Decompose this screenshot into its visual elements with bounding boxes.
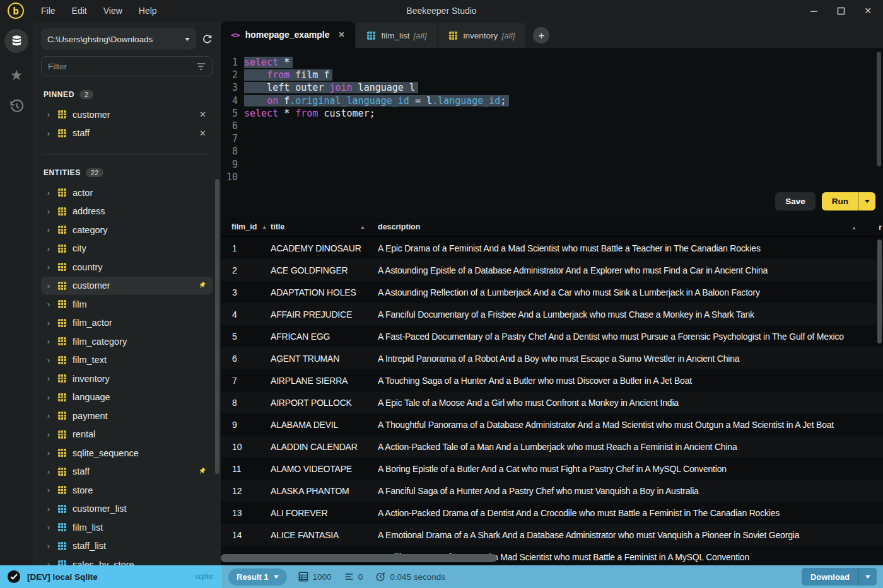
history-icon[interactable]	[8, 98, 25, 115]
run-options-caret[interactable]	[859, 200, 875, 203]
unpin-close-icon[interactable]: ✕	[199, 110, 206, 119]
cell-film-id[interactable]: 11	[221, 464, 271, 474]
table-row[interactable]: 6 AGENT TRUMAN A Intrepid Panorama of a …	[221, 347, 883, 369]
cell-film-id[interactable]: 8	[221, 398, 271, 408]
cell-title[interactable]: AFRICAN EGG	[271, 331, 378, 342]
chevron-right-icon[interactable]: ›	[44, 448, 54, 458]
table-row[interactable]: 11 ALAMO VIDEOTAPE A Boring Epistle of a…	[221, 458, 883, 480]
new-tab-button[interactable]: +	[533, 27, 549, 43]
entity-item[interactable]: › sales_by_store	[41, 555, 213, 565]
pinned-item[interactable]: › staff ✕	[41, 124, 213, 143]
save-button[interactable]: Save	[775, 192, 816, 210]
chevron-right-icon[interactable]: ›	[44, 504, 54, 514]
table-row[interactable]: 13 ALI FOREVER A Action-Packed Drama of …	[221, 502, 883, 524]
table-row[interactable]: 4 AFFAIR PREJUDICE A Fanciful Documentar…	[221, 303, 883, 325]
cell-film-id[interactable]: 6	[221, 354, 271, 364]
tab-inventory[interactable]: inventory [all]	[438, 23, 525, 48]
table-row[interactable]: 9 ALABAMA DEVIL A Thoughtful Panorama of…	[221, 413, 883, 435]
chevron-right-icon[interactable]: ›	[44, 299, 54, 309]
chevron-right-icon[interactable]: ›	[44, 207, 54, 216]
entity-item[interactable]: › category	[41, 221, 213, 239]
cell-title[interactable]: ALASKA PHANTOM	[271, 486, 378, 496]
cell-film-id[interactable]: 4	[221, 309, 271, 320]
entity-item[interactable]: › film_text	[41, 351, 213, 370]
cell-title[interactable]: AIRPLANE SIERRA	[271, 376, 378, 386]
maximize-icon[interactable]	[837, 7, 845, 15]
table-row[interactable]: 3 ADAPTATION HOLES A Astounding Reflecti…	[221, 281, 883, 303]
filter-input[interactable]	[48, 62, 196, 71]
entity-item[interactable]: › film_actor	[41, 314, 213, 333]
chevron-right-icon[interactable]: ›	[44, 560, 54, 565]
cell-title[interactable]: ALICE FANTASIA	[271, 530, 378, 540]
pinned-item[interactable]: › customer ✕	[41, 105, 213, 124]
chevron-right-icon[interactable]: ›	[44, 262, 54, 272]
entity-item[interactable]: › actor	[41, 183, 213, 202]
connection-select[interactable]: C:\Users\ghstng\Downloads	[41, 28, 196, 50]
download-options-caret[interactable]	[859, 575, 877, 579]
database-icon[interactable]	[4, 29, 28, 53]
chevron-right-icon[interactable]: ›	[44, 355, 54, 365]
cell-description[interactable]: A Fanciful Documentary of a Frisbee And …	[378, 309, 883, 320]
cell-film-id[interactable]: 7	[221, 376, 271, 386]
menu-file[interactable]: File	[33, 0, 64, 21]
cell-description[interactable]: A Touching Saga of a Hunter And a Butler…	[378, 376, 883, 386]
entity-item[interactable]: › customer_list	[41, 500, 213, 519]
column-header-title[interactable]: title ▲	[271, 222, 378, 231]
cell-description[interactable]: A Action-Packed Drama of a Dentist And a…	[378, 508, 883, 518]
cell-description[interactable]: A Fast-Paced Documentary of a Pastry Che…	[378, 331, 883, 342]
tab-close-icon[interactable]: ✕	[339, 30, 345, 39]
cell-film-id[interactable]: 12	[221, 486, 271, 496]
table-row[interactable]: 10 ALADDIN CALENDAR A Action-Packed Tale…	[221, 435, 883, 458]
cell-title[interactable]: AFFAIR PREJUDICE	[271, 309, 378, 320]
cell-title[interactable]: ACADEMY DINOSAUR	[271, 243, 378, 253]
sort-asc-icon[interactable]: ▲	[360, 224, 365, 230]
chevron-right-icon[interactable]: ›	[44, 374, 54, 383]
cell-title[interactable]: ACE GOLDFINGER	[271, 265, 378, 275]
entity-item[interactable]: › film	[41, 295, 213, 314]
download-button[interactable]: Download	[802, 568, 877, 585]
cell-title[interactable]: AGENT TRUMAN	[271, 354, 378, 364]
run-button[interactable]: Run	[822, 192, 875, 210]
entity-item[interactable]: › store	[41, 481, 213, 500]
table-row[interactable]: 8 AIRPORT POLLOCK A Epic Tale of a Moose…	[221, 391, 883, 413]
entity-item[interactable]: › city	[41, 239, 213, 258]
cell-description[interactable]: A Intrepid Panorama of a Robot And a Boy…	[378, 354, 883, 364]
chevron-right-icon[interactable]: ›	[44, 485, 54, 495]
entity-item[interactable]: › film_category	[41, 332, 213, 351]
horizontal-scrollbar[interactable]	[221, 554, 497, 562]
cell-film-id[interactable]: 10	[221, 442, 271, 452]
pin-icon[interactable]	[197, 467, 206, 476]
table-row[interactable]: 2 ACE GOLDFINGER A Astounding Epistle of…	[221, 259, 883, 281]
minimize-icon[interactable]	[810, 7, 818, 15]
tab-film-list[interactable]: film_list [all]	[356, 23, 437, 48]
chevron-right-icon[interactable]: ›	[44, 393, 54, 402]
cell-film-id[interactable]: 5	[221, 331, 271, 342]
sidebar-scrollbar[interactable]	[215, 179, 219, 474]
chevron-right-icon[interactable]: ›	[44, 541, 54, 551]
vertical-scrollbar[interactable]	[877, 239, 882, 343]
cell-description[interactable]: A Astounding Reflection of a Lumberjack …	[378, 287, 883, 297]
cell-description[interactable]: A Astounding Epistle of a Database Admin…	[378, 265, 883, 275]
cell-film-id[interactable]: 13	[221, 508, 271, 518]
column-header-partial[interactable]: r	[879, 223, 882, 232]
table-row[interactable]: 12 ALASKA PHANTOM A Fanciful Saga of a H…	[221, 480, 883, 502]
entity-item[interactable]: › inventory	[41, 369, 213, 388]
close-window-icon[interactable]: ✕	[864, 6, 872, 16]
cell-film-id[interactable]: 3	[221, 287, 271, 297]
chevron-right-icon[interactable]: ›	[44, 281, 54, 291]
cell-title[interactable]: ALADDIN CALENDAR	[271, 442, 378, 452]
entity-item[interactable]: › staff_list	[41, 537, 213, 556]
cell-title[interactable]: ADAPTATION HOLES	[271, 287, 378, 297]
entity-item[interactable]: › payment	[41, 406, 213, 425]
chevron-right-icon[interactable]: ›	[44, 411, 54, 420]
cell-description[interactable]: A Boring Epistle of a Butler And a Cat w…	[378, 464, 883, 474]
cell-title[interactable]: ALI FOREVER	[271, 508, 378, 518]
chevron-right-icon[interactable]: ›	[44, 225, 54, 234]
chevron-right-icon[interactable]: ›	[44, 467, 54, 476]
entity-item[interactable]: › address	[41, 202, 213, 221]
chevron-right-icon[interactable]: ›	[44, 430, 54, 439]
menu-help[interactable]: Help	[131, 0, 165, 21]
table-row[interactable]: 1 ACADEMY DINOSAUR A Epic Drama of a Fem…	[221, 237, 883, 259]
tab-homepage-example[interactable]: <> homepage_example ✕	[221, 21, 355, 48]
column-header-description[interactable]: description	[378, 222, 883, 231]
